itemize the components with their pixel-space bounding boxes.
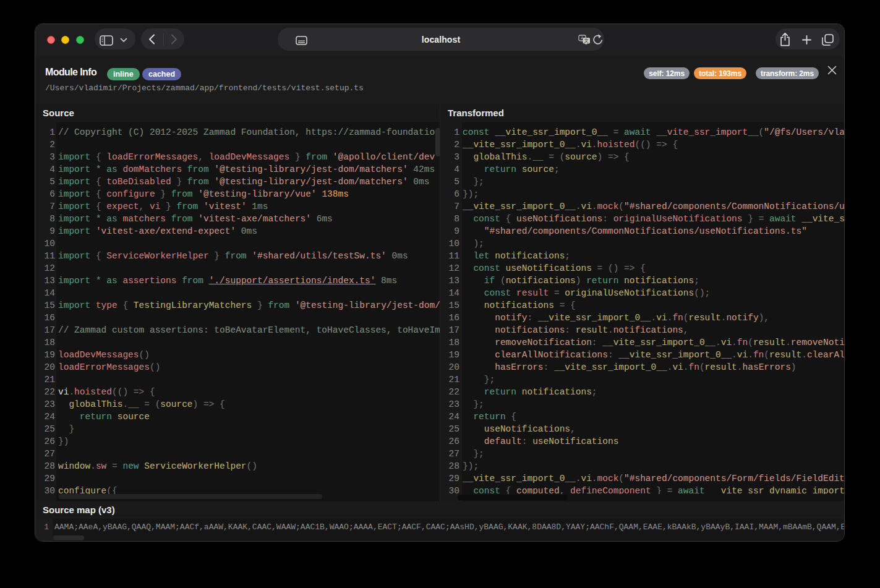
- svg-text:文: 文: [584, 38, 589, 43]
